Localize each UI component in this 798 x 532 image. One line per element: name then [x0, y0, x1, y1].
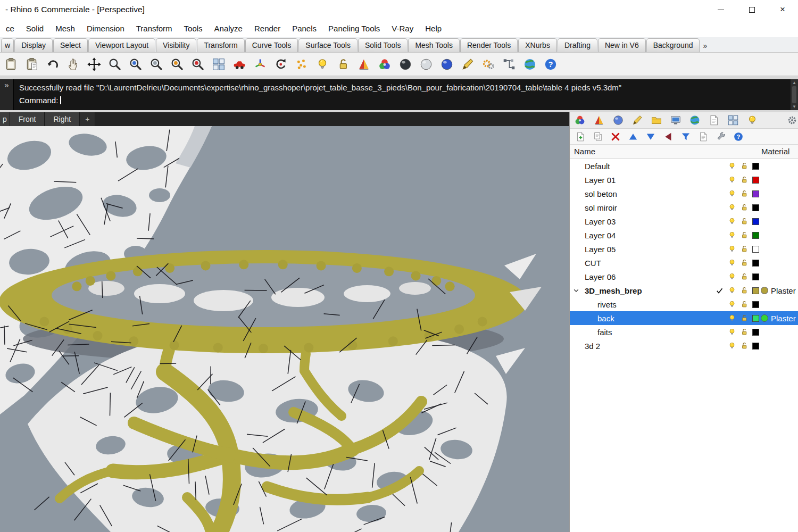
- layer-row-layer-01[interactable]: Layer 01: [570, 173, 798, 187]
- delete-layer-icon[interactable]: [610, 131, 621, 142]
- menu-item-paneling-tools[interactable]: Paneling Tools: [322, 21, 386, 36]
- layer-visibility-bulb-icon[interactable]: [726, 325, 738, 339]
- zoom-region-icon[interactable]: [129, 57, 143, 71]
- menu-item-dimension[interactable]: Dimension: [81, 21, 130, 36]
- move-icon[interactable]: [87, 57, 101, 71]
- layer-material[interactable]: [761, 256, 798, 270]
- toolbar-tab-xnurbs[interactable]: XNurbs: [518, 38, 557, 52]
- panel-tab-rendering[interactable]: [612, 114, 624, 126]
- filter-icon[interactable]: [680, 131, 691, 142]
- layer-color-swatch[interactable]: [750, 284, 761, 297]
- menu-item-analyze[interactable]: Analyze: [209, 21, 248, 36]
- layer-visibility-bulb-icon[interactable]: [726, 339, 738, 353]
- viewport-new-tab-button[interactable]: +: [80, 112, 95, 126]
- layer-material[interactable]: [761, 325, 798, 339]
- panel-tab-libraries[interactable]: [651, 114, 662, 126]
- menu-item-render[interactable]: Render: [248, 21, 286, 36]
- move-up-icon[interactable]: [628, 131, 638, 142]
- copy-layer-icon[interactable]: [593, 131, 603, 142]
- toolbar-tab-new-in-v6[interactable]: New in V6: [598, 38, 646, 52]
- layer-visibility-bulb-icon[interactable]: [726, 214, 738, 228]
- lamp-icon[interactable]: [315, 57, 329, 71]
- layer-material[interactable]: [761, 214, 798, 228]
- layer-row-back[interactable]: backPlaster: [570, 311, 798, 325]
- layer-row-sol-miroir[interactable]: sol miroir: [570, 201, 798, 214]
- layer-lock-icon[interactable]: [738, 159, 750, 173]
- panel-tab-layout[interactable]: [727, 114, 739, 126]
- globe-icon[interactable]: [523, 57, 537, 71]
- layer-color-swatch[interactable]: [750, 311, 761, 325]
- panel-settings-gear-icon[interactable]: [787, 115, 797, 126]
- layer-row-rivets[interactable]: rivets: [570, 297, 798, 311]
- menu-item-v-ray[interactable]: V-Ray: [386, 21, 419, 36]
- rotate-view-icon[interactable]: [274, 57, 288, 71]
- scrollbar-thumb[interactable]: [792, 86, 796, 103]
- layer-visibility-bulb-icon[interactable]: [726, 187, 738, 201]
- viewport-3d-scene[interactable]: [0, 126, 569, 532]
- command-prompt-line[interactable]: Command:: [19, 94, 785, 107]
- tab-overflow-chevron-icon[interactable]: »: [700, 41, 710, 52]
- layer-visibility-bulb-icon[interactable]: [726, 159, 738, 173]
- pan-hand-icon[interactable]: [66, 57, 80, 71]
- layer-material[interactable]: Plaster: [761, 311, 798, 325]
- expand-collapse-icon[interactable]: [572, 287, 580, 294]
- panel-tab-materials[interactable]: [593, 114, 605, 126]
- menu-item-tools[interactable]: Tools: [178, 21, 209, 36]
- layer-material[interactable]: [761, 297, 798, 311]
- layer-visibility-bulb-icon[interactable]: [726, 256, 738, 270]
- layer-color-swatch[interactable]: [750, 173, 761, 187]
- toolbar-tab-background[interactable]: Background: [646, 38, 700, 52]
- layer-material[interactable]: Plaster: [761, 284, 798, 297]
- tools-icon[interactable]: [716, 131, 726, 142]
- layer-row-layer-03[interactable]: Layer 03: [570, 214, 798, 228]
- menu-item-help[interactable]: Help: [419, 21, 447, 36]
- layer-color-swatch[interactable]: [750, 159, 761, 173]
- history-icon[interactable]: [502, 57, 516, 71]
- layer-visibility-bulb-icon[interactable]: [726, 311, 738, 325]
- close-button[interactable]: ×: [767, 0, 798, 19]
- layer-visibility-bulb-icon[interactable]: [726, 173, 738, 187]
- layer-material[interactable]: [761, 187, 798, 201]
- layer-visibility-bulb-icon[interactable]: [726, 270, 738, 284]
- toolbar-tab-transform[interactable]: Transform: [197, 38, 244, 52]
- layer-lock-icon[interactable]: [738, 339, 750, 353]
- layer-lock-icon[interactable]: [738, 325, 750, 339]
- viewport-tab-right[interactable]: Right: [45, 112, 80, 126]
- layer-row-layer-05[interactable]: Layer 05: [570, 242, 798, 256]
- layer-lock-icon[interactable]: [738, 256, 750, 270]
- clipboard-paste-icon[interactable]: [25, 57, 39, 71]
- layer-row-3d-2[interactable]: 3d 2: [570, 339, 798, 353]
- zoom-extents-icon[interactable]: [149, 57, 163, 71]
- layer-lock-icon[interactable]: [738, 173, 750, 187]
- help-icon[interactable]: ?: [733, 131, 744, 142]
- layer-color-swatch[interactable]: [750, 339, 761, 353]
- layer-visibility-bulb-icon[interactable]: [726, 242, 738, 256]
- viewport-tab-front[interactable]: Front: [10, 112, 45, 126]
- layer-material[interactable]: [761, 242, 798, 256]
- help-icon[interactable]: ?: [544, 57, 558, 71]
- layer-material[interactable]: [761, 159, 798, 173]
- panel-tab-annotate[interactable]: [631, 114, 643, 126]
- layer-material[interactable]: [761, 201, 798, 214]
- toolbar-tab-viewport-layout[interactable]: Viewport Layout: [88, 38, 155, 52]
- viewport-tab-p[interactable]: p: [0, 112, 10, 126]
- scroll-up-icon[interactable]: ▲: [792, 80, 796, 85]
- layer-row-layer-04[interactable]: Layer 04: [570, 228, 798, 242]
- layer-row-3d-mesh-brep[interactable]: 3D_mesh_brepPlaster: [570, 284, 798, 297]
- command-scrollbar[interactable]: ▲ ▼: [791, 79, 798, 110]
- layer-row-faits[interactable]: faits: [570, 325, 798, 339]
- viewport-layout-icon[interactable]: [212, 57, 226, 71]
- pen-icon[interactable]: [461, 57, 475, 71]
- layer-lock-icon[interactable]: [738, 242, 750, 256]
- toolbar-tab-visibility[interactable]: Visibility: [156, 38, 196, 52]
- clipboard-copy-icon[interactable]: [4, 57, 18, 71]
- menu-item-mesh[interactable]: Mesh: [49, 21, 81, 36]
- layer-visibility-bulb-icon[interactable]: [726, 284, 738, 297]
- toolbar-tab-select[interactable]: Select: [53, 38, 88, 52]
- toolbar-tab-solid-tools[interactable]: Solid Tools: [358, 38, 408, 52]
- layer-lock-icon[interactable]: [738, 228, 750, 242]
- match-layer-icon[interactable]: [663, 131, 674, 142]
- toolbar-tab-curve-tools[interactable]: Curve Tools: [245, 38, 298, 52]
- maximize-button[interactable]: [736, 0, 767, 19]
- points-icon[interactable]: [295, 57, 309, 71]
